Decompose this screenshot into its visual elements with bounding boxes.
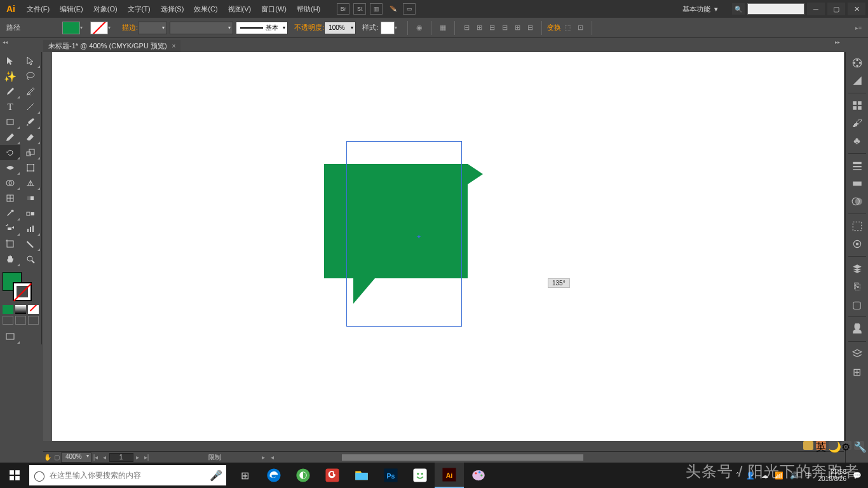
selection-bounding-box[interactable] xyxy=(346,141,462,327)
tray-clock[interactable]: 21:58 2018/8/26 xyxy=(818,468,847,483)
color-panel-icon[interactable] xyxy=(848,55,867,71)
artboard-nav-icon[interactable]: ▢ xyxy=(52,453,61,462)
align-left-icon[interactable]: ⊟ xyxy=(460,22,473,34)
graphic-style-swatch[interactable] xyxy=(381,22,395,34)
align-vcenter-icon[interactable]: ⊞ xyxy=(511,22,524,34)
browser-360-icon[interactable] xyxy=(288,463,318,488)
start-button[interactable] xyxy=(0,463,29,488)
menu-effect[interactable]: 效果(C) xyxy=(189,4,222,14)
shape-builder-tool[interactable] xyxy=(0,175,20,191)
window-close[interactable]: ✕ xyxy=(848,3,865,15)
brush-definition[interactable]: 基本 xyxy=(236,22,288,34)
tray-up-icon[interactable]: ˄ xyxy=(736,471,740,480)
tray-people-icon[interactable]: 👤 xyxy=(746,471,755,480)
edge-icon[interactable] xyxy=(259,463,288,488)
window-maximize[interactable]: ▢ xyxy=(827,3,845,15)
width-tool[interactable] xyxy=(0,160,20,175)
stroke-box[interactable] xyxy=(13,282,32,301)
magic-wand-tool[interactable]: ✨ xyxy=(0,69,20,84)
netease-music-icon[interactable] xyxy=(318,463,347,488)
menu-window[interactable]: 窗口(W) xyxy=(256,4,292,14)
illustrator-taskbar-icon[interactable]: Ai xyxy=(435,463,464,488)
arrange-icon[interactable]: ▥ xyxy=(370,3,383,15)
lasso-tool[interactable] xyxy=(20,69,41,84)
taskbar-search-input[interactable] xyxy=(50,471,206,480)
expand-toolbox-icon[interactable]: ◂◂ xyxy=(3,39,11,46)
slice-tool[interactable] xyxy=(20,236,41,252)
photoshop-icon[interactable]: Ps xyxy=(376,463,405,488)
tray-notifications-icon[interactable]: 💬 xyxy=(853,471,862,480)
lang-pill-5[interactable]: 🔧 xyxy=(854,441,864,450)
brushes-panel-icon[interactable]: 🖌 xyxy=(848,115,867,132)
libraries-panel-icon[interactable] xyxy=(848,321,867,337)
blend-tool[interactable] xyxy=(20,206,41,221)
device-preview-icon[interactable]: ▭ xyxy=(403,3,416,15)
tray-lang-icon[interactable]: 中 xyxy=(805,471,812,480)
color-gradient[interactable] xyxy=(15,305,26,314)
canvas[interactable]: ✦ 135° xyxy=(52,52,844,441)
artboards-panel-icon[interactable]: ▢ xyxy=(848,296,867,313)
gradient-panel-icon[interactable] xyxy=(848,175,867,192)
transparency-panel-icon[interactable] xyxy=(848,193,867,210)
style-dropdown[interactable]: ▾ xyxy=(395,25,402,30)
pen-tool[interactable] xyxy=(0,84,20,99)
menu-object[interactable]: 对象(O) xyxy=(88,4,123,14)
fill-stroke-indicator[interactable] xyxy=(0,271,41,304)
document-tab[interactable]: 未标题-1* @ 400% (CMYK/GPU 预览) × xyxy=(43,40,180,52)
paintbrush-tool[interactable] xyxy=(20,114,41,130)
layers-panel-icon[interactable] xyxy=(848,261,867,277)
align-top-icon[interactable]: ⊟ xyxy=(498,22,511,34)
scroll-left-h-arrow[interactable]: ◂ xyxy=(268,453,277,462)
mic-icon[interactable]: 🎤 xyxy=(206,470,226,482)
menu-help[interactable]: 帮助(H) xyxy=(292,4,325,14)
symbols-panel-icon[interactable]: ♣ xyxy=(848,133,867,149)
align-hcenter-icon[interactable]: ⊞ xyxy=(473,22,485,34)
perspective-grid-tool[interactable] xyxy=(20,175,41,191)
eyedropper-tool[interactable] xyxy=(0,206,20,221)
expand-panels-icon[interactable]: ▸▸ xyxy=(835,39,844,46)
tray-cloud-icon[interactable]: ☁ xyxy=(761,471,768,480)
menu-edit[interactable]: 编辑(E) xyxy=(55,4,88,14)
transform-each-icon[interactable]: ⊡ xyxy=(574,22,587,34)
menu-file[interactable]: 文件(F) xyxy=(22,4,55,14)
eraser-tool[interactable] xyxy=(20,130,41,145)
window-minimize[interactable]: ─ xyxy=(807,3,825,15)
smile-app-icon[interactable] xyxy=(405,463,435,488)
lang-pill-2[interactable]: 英 xyxy=(816,441,826,450)
layers-stack-icon[interactable] xyxy=(848,346,867,362)
next-artboard[interactable]: ▸ xyxy=(133,453,142,462)
stroke-dropdown[interactable]: ▾ xyxy=(108,25,116,30)
prev-artboard[interactable]: ◂ xyxy=(100,453,109,462)
search-icon[interactable]: 🔍 xyxy=(732,3,745,15)
var-width-profile[interactable] xyxy=(170,22,233,34)
direct-selection-tool[interactable] xyxy=(20,53,41,69)
shape-props-icon[interactable]: ⬚ xyxy=(561,22,574,34)
fill-swatch[interactable] xyxy=(62,22,80,34)
tray-wifi-icon[interactable]: 📶 xyxy=(775,471,783,480)
transform-label[interactable]: 变换 xyxy=(547,23,561,32)
lang-pill-3[interactable]: 🌙 xyxy=(829,441,839,450)
scroll-right-arrow[interactable]: ▸ xyxy=(259,453,268,462)
search-field[interactable] xyxy=(747,3,804,15)
cortana-icon[interactable]: ◯ xyxy=(29,470,50,482)
lang-pill-1[interactable] xyxy=(803,441,813,450)
zoom-level[interactable]: 400% xyxy=(61,452,92,463)
fill-dropdown[interactable]: ▾ xyxy=(80,25,88,30)
draw-inside[interactable] xyxy=(28,316,39,325)
last-artboard[interactable]: ▸| xyxy=(142,453,151,462)
menu-type[interactable]: 文字(T) xyxy=(123,4,156,14)
selection-tool[interactable] xyxy=(0,53,20,69)
column-graph-tool[interactable] xyxy=(20,221,41,236)
opacity-value[interactable]: 100% xyxy=(324,22,356,34)
free-transform-tool[interactable] xyxy=(20,160,41,175)
gradient-tool[interactable] xyxy=(20,191,41,206)
align-panel-icon[interactable]: ▦ xyxy=(437,22,449,34)
lang-pill-4[interactable]: ⚙ xyxy=(841,441,851,450)
color-solid[interactable] xyxy=(3,305,13,314)
bridge-icon[interactable]: Br xyxy=(337,3,349,15)
rotate-tool[interactable] xyxy=(0,145,20,160)
line-tool[interactable] xyxy=(20,99,41,114)
artboard-tool[interactable] xyxy=(0,236,20,252)
paint-app-icon[interactable] xyxy=(464,463,493,488)
file-explorer-icon[interactable] xyxy=(347,463,376,488)
